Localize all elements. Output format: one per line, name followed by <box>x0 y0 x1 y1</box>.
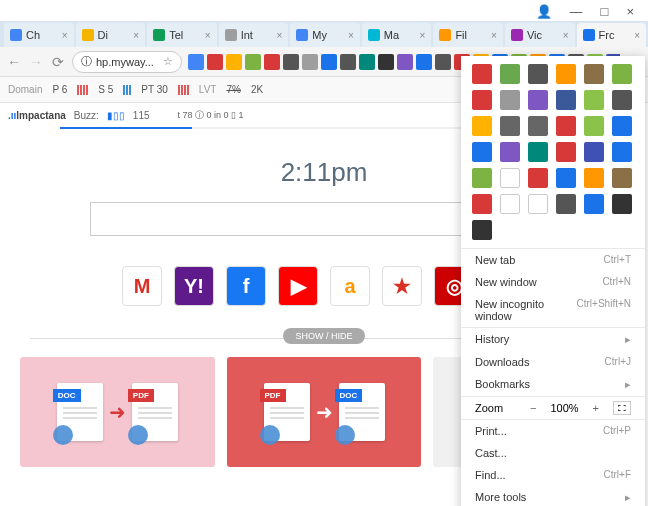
address-bar[interactable]: ⓘ hp.myway... ☆ <box>72 51 182 73</box>
close-tab-icon[interactable]: × <box>133 30 139 41</box>
extension-icon[interactable] <box>556 194 576 214</box>
quick-link-tile[interactable]: a <box>330 266 370 306</box>
extension-icon[interactable] <box>556 64 576 84</box>
extension-icon[interactable] <box>302 54 318 70</box>
extension-icon[interactable] <box>584 90 604 110</box>
quick-link-tile[interactable]: ★ <box>382 266 422 306</box>
extension-icon[interactable] <box>500 90 520 110</box>
extension-icon[interactable] <box>528 90 548 110</box>
extension-icon[interactable] <box>528 116 548 136</box>
browser-tab[interactable]: My× <box>290 23 360 47</box>
extension-icon[interactable] <box>612 90 632 110</box>
browser-tab[interactable]: Di× <box>76 23 146 47</box>
menu-new-tab[interactable]: New tabCtrl+T <box>461 249 645 271</box>
close-tab-icon[interactable]: × <box>491 30 497 41</box>
browser-tab[interactable]: Vic× <box>505 23 575 47</box>
extension-icon[interactable] <box>556 116 576 136</box>
extension-icon[interactable] <box>556 90 576 110</box>
extension-icon[interactable] <box>584 168 604 188</box>
extension-icon[interactable] <box>584 142 604 162</box>
extension-icon[interactable] <box>340 54 356 70</box>
back-button[interactable]: ← <box>6 54 22 70</box>
menu-bookmarks[interactable]: Bookmarks▸ <box>461 373 645 396</box>
extension-icon[interactable] <box>378 54 394 70</box>
extension-icon[interactable] <box>188 54 204 70</box>
browser-tab[interactable]: Ch× <box>4 23 74 47</box>
zoom-out-button[interactable]: − <box>526 402 540 414</box>
extension-icon[interactable] <box>283 54 299 70</box>
close-tab-icon[interactable]: × <box>634 30 640 41</box>
extension-icon[interactable] <box>528 168 548 188</box>
show-hide-toggle[interactable]: SHOW / HIDE <box>283 328 364 344</box>
browser-tab[interactable]: Ma× <box>362 23 432 47</box>
extension-icon[interactable] <box>472 64 492 84</box>
extension-icon[interactable] <box>528 194 548 214</box>
extension-icon[interactable] <box>359 54 375 70</box>
extension-icon[interactable] <box>207 54 223 70</box>
forward-button[interactable]: → <box>28 54 44 70</box>
extension-icon[interactable] <box>612 116 632 136</box>
browser-tab[interactable]: Tel× <box>147 23 217 47</box>
extension-icon[interactable] <box>612 64 632 84</box>
close-tab-icon[interactable]: × <box>276 30 282 41</box>
extension-icon[interactable] <box>528 64 548 84</box>
extension-icon[interactable] <box>528 142 548 162</box>
extension-icon[interactable] <box>472 116 492 136</box>
close-tab-icon[interactable]: × <box>563 30 569 41</box>
menu-print[interactable]: Print...Ctrl+P <box>461 420 645 442</box>
extension-icon[interactable] <box>416 54 432 70</box>
close-tab-icon[interactable]: × <box>348 30 354 41</box>
extension-icon[interactable] <box>584 64 604 84</box>
extension-icon[interactable] <box>584 116 604 136</box>
extension-icon[interactable] <box>264 54 280 70</box>
extension-icon[interactable] <box>556 142 576 162</box>
close-window-button[interactable]: × <box>626 4 634 19</box>
extension-icon[interactable] <box>472 168 492 188</box>
extension-icon[interactable] <box>500 168 520 188</box>
extension-icon[interactable] <box>472 220 492 240</box>
extension-icon[interactable] <box>612 168 632 188</box>
extension-icon[interactable] <box>226 54 242 70</box>
minimize-button[interactable]: — <box>570 4 583 19</box>
extension-icon[interactable] <box>500 116 520 136</box>
extension-icon[interactable] <box>435 54 451 70</box>
extension-icon[interactable] <box>584 194 604 214</box>
menu-history[interactable]: History▸ <box>461 328 645 351</box>
pdf-to-doc-card[interactable]: PDF ➜ DOC <box>227 357 422 467</box>
extension-icon[interactable] <box>556 168 576 188</box>
maximize-button[interactable]: □ <box>601 4 609 19</box>
menu-more-tools[interactable]: More tools▸ <box>461 486 645 506</box>
menu-cast[interactable]: Cast... <box>461 442 645 464</box>
quick-link-tile[interactable]: f <box>226 266 266 306</box>
browser-tab[interactable]: Frc× <box>577 23 647 47</box>
quick-link-tile[interactable]: Y! <box>174 266 214 306</box>
user-icon[interactable]: 👤 <box>536 4 552 19</box>
close-tab-icon[interactable]: × <box>420 30 426 41</box>
menu-new-window[interactable]: New windowCtrl+N <box>461 271 645 293</box>
extension-icon[interactable] <box>472 194 492 214</box>
menu-downloads[interactable]: DownloadsCtrl+J <box>461 351 645 373</box>
close-tab-icon[interactable]: × <box>62 30 68 41</box>
doc-to-pdf-card[interactable]: DOC ➜ PDF <box>20 357 215 467</box>
extension-icon[interactable] <box>472 142 492 162</box>
zoom-in-button[interactable]: + <box>589 402 603 414</box>
extension-icon[interactable] <box>500 142 520 162</box>
quick-link-tile[interactable]: M <box>122 266 162 306</box>
browser-tab[interactable]: Int× <box>219 23 289 47</box>
browser-tab[interactable]: Fil× <box>433 23 503 47</box>
quick-link-tile[interactable]: ▶ <box>278 266 318 306</box>
menu-incognito[interactable]: New incognito windowCtrl+Shift+N <box>461 293 645 327</box>
extension-icon[interactable] <box>500 194 520 214</box>
extension-icon[interactable] <box>612 194 632 214</box>
bookmark-star-icon[interactable]: ☆ <box>163 55 173 68</box>
reload-button[interactable]: ⟳ <box>50 54 66 70</box>
close-tab-icon[interactable]: × <box>205 30 211 41</box>
fullscreen-button[interactable]: ⛶ <box>613 401 631 415</box>
menu-find[interactable]: Find...Ctrl+F <box>461 464 645 486</box>
extension-icon[interactable] <box>472 90 492 110</box>
extension-icon[interactable] <box>321 54 337 70</box>
extension-icon[interactable] <box>500 64 520 84</box>
extension-icon[interactable] <box>612 142 632 162</box>
extension-icon[interactable] <box>245 54 261 70</box>
extension-icon[interactable] <box>397 54 413 70</box>
